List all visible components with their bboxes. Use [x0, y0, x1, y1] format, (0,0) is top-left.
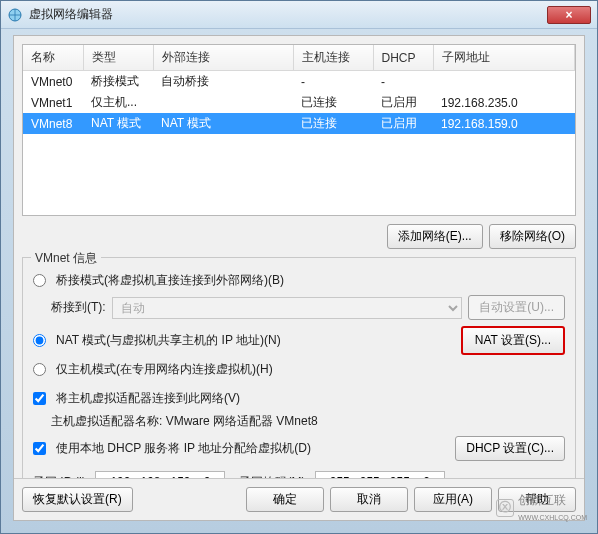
bottom-bar: 恢复默认设置(R) 确定 取消 应用(A) 帮助 [14, 478, 584, 520]
bridge-to-select: 自动 [112, 297, 463, 319]
app-icon [7, 7, 23, 23]
cell [433, 71, 575, 93]
restore-defaults-button[interactable]: 恢复默认设置(R) [22, 487, 133, 512]
cell: 已启用 [373, 113, 433, 134]
cell: 192.168.235.0 [433, 92, 575, 113]
add-network-button[interactable]: 添加网络(E)... [387, 224, 483, 249]
table-row[interactable]: VMnet1 仅主机... 已连接 已启用 192.168.235.0 [23, 92, 575, 113]
cell: NAT 模式 [153, 113, 293, 134]
col-subnet[interactable]: 子网地址 [433, 45, 575, 71]
cell: 自动桥接 [153, 71, 293, 93]
virtual-network-editor-window: 虚拟网络编辑器 × 名称 类型 外部连接 主机连接 DHCP 子网地址 [0, 0, 598, 534]
cell: 192.168.159.0 [433, 113, 575, 134]
table-buttons: 添加网络(E)... 移除网络(O) [22, 224, 576, 249]
bridge-to-label: 桥接到(T): [51, 299, 106, 316]
window-title: 虚拟网络编辑器 [29, 6, 547, 23]
close-icon: × [565, 8, 572, 22]
cell: NAT 模式 [83, 113, 153, 134]
use-dhcp-label: 使用本地 DHCP 服务将 IP 地址分配给虚拟机(D) [56, 440, 311, 457]
connect-host-checkbox[interactable] [33, 392, 46, 405]
content-area: 名称 类型 外部连接 主机连接 DHCP 子网地址 VMnet0 桥接模式 自动… [13, 35, 585, 521]
cell: 已启用 [373, 92, 433, 113]
network-table[interactable]: 名称 类型 外部连接 主机连接 DHCP 子网地址 VMnet0 桥接模式 自动… [22, 44, 576, 216]
cell: 仅主机... [83, 92, 153, 113]
table-header-row: 名称 类型 外部连接 主机连接 DHCP 子网地址 [23, 45, 575, 71]
connect-host-row: 将主机虚拟适配器连接到此网络(V) [33, 390, 565, 407]
cancel-button[interactable]: 取消 [330, 487, 408, 512]
remove-network-button[interactable]: 移除网络(O) [489, 224, 576, 249]
connect-host-label: 将主机虚拟适配器连接到此网络(V) [56, 390, 240, 407]
bridge-radio-label: 桥接模式(将虚拟机直接连接到外部网络)(B) [56, 272, 284, 289]
use-dhcp-row: 使用本地 DHCP 服务将 IP 地址分配给虚拟机(D) DHCP 设置(C).… [33, 436, 565, 461]
cell: VMnet8 [23, 113, 83, 134]
col-host[interactable]: 主机连接 [293, 45, 373, 71]
cell: VMnet0 [23, 71, 83, 93]
cell: 桥接模式 [83, 71, 153, 93]
hostonly-radio[interactable] [33, 363, 46, 376]
auto-settings-button: 自动设置(U)... [468, 295, 565, 320]
col-type[interactable]: 类型 [83, 45, 153, 71]
bridge-radio[interactable] [33, 274, 46, 287]
group-legend: VMnet 信息 [31, 250, 101, 267]
dhcp-settings-button[interactable]: DHCP 设置(C)... [455, 436, 565, 461]
cell: - [373, 71, 433, 93]
vmnet-info-group: VMnet 信息 桥接模式(将虚拟机直接连接到外部网络)(B) 桥接到(T): … [22, 257, 576, 510]
nat-settings-button[interactable]: NAT 设置(S)... [461, 326, 565, 355]
use-dhcp-checkbox[interactable] [33, 442, 46, 455]
help-button[interactable]: 帮助 [498, 487, 576, 512]
cell [153, 92, 293, 113]
cell: 已连接 [293, 113, 373, 134]
col-dhcp[interactable]: DHCP [373, 45, 433, 71]
bridge-to-row: 桥接到(T): 自动 自动设置(U)... [51, 295, 565, 320]
bridge-mode-row: 桥接模式(将虚拟机直接连接到外部网络)(B) [33, 272, 565, 289]
col-ext[interactable]: 外部连接 [153, 45, 293, 71]
col-name[interactable]: 名称 [23, 45, 83, 71]
cell: VMnet1 [23, 92, 83, 113]
table-row[interactable]: VMnet0 桥接模式 自动桥接 - - [23, 71, 575, 93]
adapter-name-label: 主机虚拟适配器名称: VMware 网络适配器 VMnet8 [51, 413, 318, 430]
cell: - [293, 71, 373, 93]
close-button[interactable]: × [547, 6, 591, 24]
nat-mode-row: NAT 模式(与虚拟机共享主机的 IP 地址)(N) NAT 设置(S)... [33, 326, 565, 355]
apply-button[interactable]: 应用(A) [414, 487, 492, 512]
adapter-name-row: 主机虚拟适配器名称: VMware 网络适配器 VMnet8 [51, 413, 565, 430]
table-row-selected[interactable]: VMnet8 NAT 模式 NAT 模式 已连接 已启用 192.168.159… [23, 113, 575, 134]
hostonly-radio-label: 仅主机模式(在专用网络内连接虚拟机)(H) [56, 361, 273, 378]
cell: 已连接 [293, 92, 373, 113]
hostonly-mode-row: 仅主机模式(在专用网络内连接虚拟机)(H) [33, 361, 565, 378]
nat-radio-label: NAT 模式(与虚拟机共享主机的 IP 地址)(N) [56, 332, 281, 349]
nat-radio[interactable] [33, 334, 46, 347]
ok-button[interactable]: 确定 [246, 487, 324, 512]
titlebar: 虚拟网络编辑器 × [1, 1, 597, 29]
